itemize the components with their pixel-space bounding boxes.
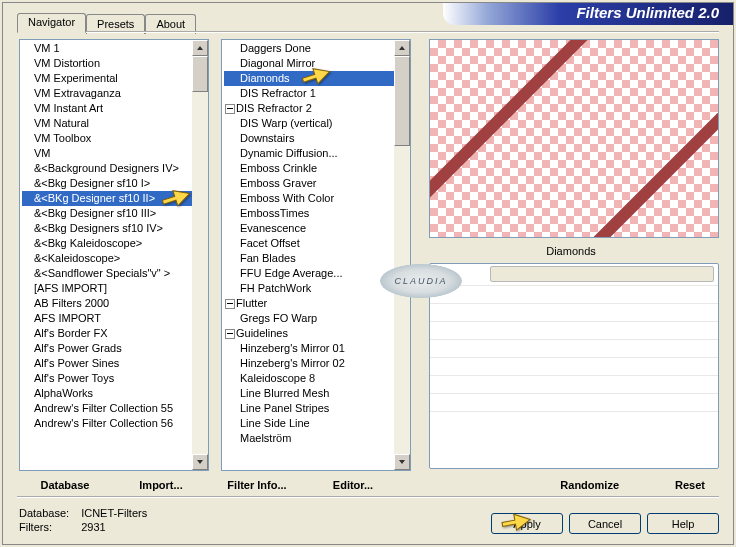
category-item[interactable]: Alf's Power Sines bbox=[22, 356, 206, 371]
filter-item[interactable]: Line Side Line bbox=[224, 416, 408, 431]
category-item[interactable]: VM bbox=[22, 146, 206, 161]
filter-item[interactable]: Line Blurred Mesh bbox=[224, 386, 408, 401]
category-item[interactable]: VM Distortion bbox=[22, 56, 206, 71]
filter-item[interactable]: Daggers Done bbox=[224, 41, 408, 56]
category-item[interactable]: &<Bkg Designers sf10 IV> bbox=[22, 221, 206, 236]
toolbar-left: Database Import... Filter Info... Editor… bbox=[17, 477, 401, 497]
category-item[interactable]: &<Sandflower Specials"v" > bbox=[22, 266, 206, 281]
import-button[interactable]: Import... bbox=[113, 477, 209, 497]
scroll-down-button[interactable] bbox=[394, 454, 410, 470]
scroll-down-button[interactable] bbox=[192, 454, 208, 470]
filter-item[interactable]: Hinzeberg's Mirror 02 bbox=[224, 356, 408, 371]
filter-item[interactable]: Kaleidoscope 8 bbox=[224, 371, 408, 386]
category-item[interactable]: [AFS IMPORT] bbox=[22, 281, 206, 296]
editor-button[interactable]: Editor... bbox=[305, 477, 401, 497]
filter-item[interactable]: Emboss Graver bbox=[224, 176, 408, 191]
apply-button[interactable]: Apply bbox=[491, 513, 563, 534]
slider[interactable] bbox=[490, 266, 714, 282]
filter-item[interactable]: Guidelines bbox=[224, 326, 408, 341]
category-item[interactable]: VM Experimental bbox=[22, 71, 206, 86]
status-info: Database:ICNET-Filters Filters:2931 bbox=[17, 505, 159, 535]
tabs: Navigator Presets About bbox=[17, 13, 196, 33]
preview-panel bbox=[429, 39, 719, 238]
filter-item[interactable]: DIS Warp (vertical) bbox=[224, 116, 408, 131]
scroll-up-button[interactable] bbox=[394, 40, 410, 56]
scrollbar[interactable] bbox=[192, 40, 208, 470]
category-item[interactable]: VM 1 bbox=[22, 41, 206, 56]
category-item[interactable]: AFS IMPORT bbox=[22, 311, 206, 326]
scroll-thumb[interactable] bbox=[394, 56, 410, 146]
filter-item[interactable]: Diagonal Mirror bbox=[224, 56, 408, 71]
filter-item[interactable]: Diamonds bbox=[224, 71, 408, 86]
filter-item[interactable]: EmbossTimes bbox=[224, 206, 408, 221]
filter-item[interactable]: Hinzeberg's Mirror 01 bbox=[224, 341, 408, 356]
randomize-button[interactable]: Randomize bbox=[552, 477, 627, 493]
database-button[interactable]: Database bbox=[17, 477, 113, 497]
category-item[interactable]: AB Filters 2000 bbox=[22, 296, 206, 311]
filter-item[interactable]: DIS Refractor 1 bbox=[224, 86, 408, 101]
cancel-button[interactable]: Cancel bbox=[569, 513, 641, 534]
scroll-up-button[interactable] bbox=[192, 40, 208, 56]
category-item[interactable]: Alf's Power Grads bbox=[22, 341, 206, 356]
app-title: Filters Unlimited 2.0 bbox=[576, 4, 719, 21]
filter-item[interactable]: Maelström bbox=[224, 431, 408, 446]
category-item[interactable]: &<Background Designers IV> bbox=[22, 161, 206, 176]
reset-button[interactable]: Reset bbox=[667, 477, 713, 493]
filter-item[interactable]: Emboss With Color bbox=[224, 191, 408, 206]
category-item[interactable]: &<Bkg Designer sf10 III> bbox=[22, 206, 206, 221]
category-item[interactable]: VM Natural bbox=[22, 116, 206, 131]
filter-item[interactable]: Downstairs bbox=[224, 131, 408, 146]
category-list[interactable]: VM 1VM DistortionVM ExperimentalVM Extra… bbox=[19, 39, 209, 471]
filter-item[interactable]: Flutter bbox=[224, 296, 408, 311]
filter-item[interactable]: Fan Blades bbox=[224, 251, 408, 266]
filter-item[interactable]: Emboss Crinkle bbox=[224, 161, 408, 176]
category-item[interactable]: VM Extravaganza bbox=[22, 86, 206, 101]
filter-info-button[interactable]: Filter Info... bbox=[209, 477, 305, 497]
preview-label: Diamonds bbox=[429, 245, 713, 257]
filter-item[interactable]: Line Panel Stripes bbox=[224, 401, 408, 416]
category-item[interactable]: &<Bkg Designer sf10 I> bbox=[22, 176, 206, 191]
tab-navigator[interactable]: Navigator bbox=[17, 13, 86, 33]
category-item[interactable]: VM Toolbox bbox=[22, 131, 206, 146]
category-item[interactable]: Andrew's Filter Collection 55 bbox=[22, 401, 206, 416]
filter-item[interactable]: Dynamic Diffusion... bbox=[224, 146, 408, 161]
category-item[interactable]: Andrew's Filter Collection 56 bbox=[22, 416, 206, 431]
filter-item[interactable]: DIS Refractor 2 bbox=[224, 101, 408, 116]
filter-list[interactable]: Daggers DoneDiagonal MirrorDiamondsDIS R… bbox=[221, 39, 411, 471]
filter-item[interactable]: Gregs FO Warp bbox=[224, 311, 408, 326]
toolbar-right: Randomize Reset bbox=[552, 477, 713, 493]
parameter-panel bbox=[429, 263, 719, 469]
watermark: CLAUDIA bbox=[380, 264, 462, 298]
scroll-thumb[interactable] bbox=[192, 56, 208, 92]
filter-item[interactable]: Evanescence bbox=[224, 221, 408, 236]
category-item[interactable]: &<Bkg Kaleidoscope> bbox=[22, 236, 206, 251]
title-bar: Filters Unlimited 2.0 bbox=[443, 3, 733, 25]
category-item[interactable]: Alf's Power Toys bbox=[22, 371, 206, 386]
category-item[interactable]: VM Instant Art bbox=[22, 101, 206, 116]
category-item[interactable]: &<Kaleidoscope> bbox=[22, 251, 206, 266]
dialog-buttons: Apply Cancel Help bbox=[491, 513, 719, 534]
category-item[interactable]: AlphaWorks bbox=[22, 386, 206, 401]
category-item[interactable]: Alf's Border FX bbox=[22, 326, 206, 341]
scrollbar[interactable] bbox=[394, 40, 410, 470]
filter-item[interactable]: Facet Offset bbox=[224, 236, 408, 251]
help-button[interactable]: Help bbox=[647, 513, 719, 534]
category-item[interactable]: &<BKg Designer sf10 II> bbox=[22, 191, 206, 206]
